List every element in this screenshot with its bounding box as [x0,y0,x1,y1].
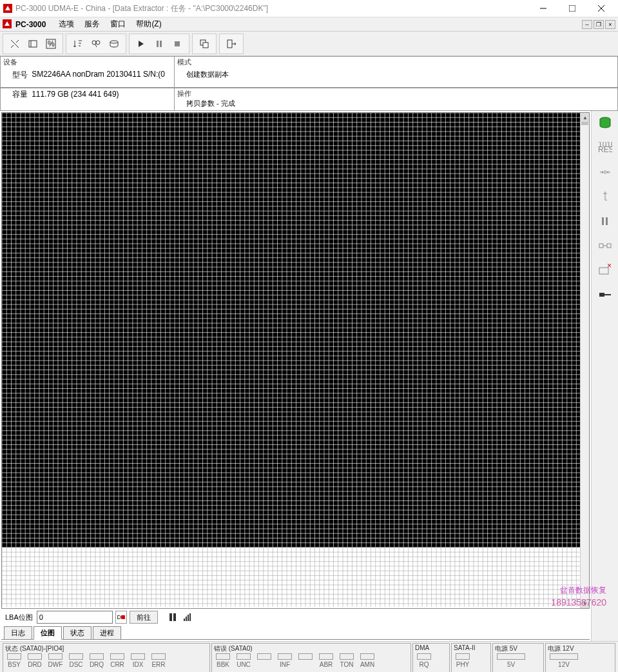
status-dma-panel: DMA RQ [412,643,450,672]
capacity-value: 111.79 GB (234 441 649) [32,90,119,99]
lba-indicator-icon[interactable]: D [115,611,127,624]
sector-map[interactable]: ▲ ▼ [1,112,590,609]
app-icon [3,3,13,14]
svg-point-13 [110,41,118,43]
led-ERR [151,653,166,660]
model-label: 型号 [12,70,28,81]
menu-options[interactable]: 选项 [53,19,79,30]
svg-point-11 [96,41,100,44]
histogram-icon [184,613,191,621]
tab-process[interactable]: 进程 [93,626,121,640]
disk-icon[interactable] [105,35,123,53]
menu-help[interactable]: 帮助(Z) [131,19,166,30]
find-icon[interactable] [87,35,105,53]
svg-rect-30 [599,244,603,248]
exit-icon[interactable] [222,35,240,53]
svg-rect-19 [227,40,232,48]
menu-window[interactable]: 窗口 [105,19,131,30]
side-pause-icon[interactable] [595,213,615,230]
percent-icon[interactable]: % [42,35,60,53]
led-DRQ [90,653,104,660]
status-error-title: 错误 (SATA0) [214,644,409,653]
mdi-minimize-button[interactable]: – [582,20,592,29]
tab-log[interactable]: 日志 [4,626,32,640]
link-icon[interactable] [595,237,615,254]
lba-label: LBA位图 [5,613,33,622]
sata-led [456,653,470,660]
led-IDX [131,653,145,660]
tabs-bar: 日志 位图 状态 进程 [1,626,590,640]
led-INF [278,653,292,660]
goto-button[interactable]: 前往 [130,611,158,624]
svg-line-12 [95,44,97,47]
mdi-restore-button[interactable]: ❐ [594,20,604,29]
led-TON [340,653,354,660]
led-CRR [110,653,124,660]
led-blank [257,653,271,660]
pause-icon-small[interactable] [168,613,177,622]
op-label: 操作 [177,89,615,99]
status-error-panel: 错误 (SATA0) BBKUNCINFABRTONAMN [211,643,411,672]
status-state-panel: 状态 (SATA0)-[PIO4] BSYDRDDWFDSCDRQCRRIDXE… [3,643,210,672]
svg-text:×: × [607,264,612,270]
reset-icon[interactable]: 10100RESET [595,139,615,156]
status-5v-panel: 电源 5V 5V [492,643,544,672]
window-titlebar: PC-3000 UDMA-E - China - [Data Extractor… [0,0,618,17]
led-ABR [319,653,333,660]
stop-icon[interactable] [168,35,186,53]
grid-icon [2,113,589,607]
lba-input[interactable] [37,611,113,624]
dma-led [417,653,431,660]
sort-icon[interactable] [69,35,87,53]
svg-rect-2 [569,5,575,12]
operation-panel: 操作 拷贝参数 - 完成 [174,88,618,110]
svg-point-27 [604,171,606,173]
mode-panel: 模式 创建数据副本 [174,56,618,87]
play-icon[interactable] [132,35,150,53]
menu-services[interactable]: 服务 [79,19,105,30]
tab-status[interactable]: 状态 [63,626,92,640]
mdi-close-button[interactable]: × [605,20,615,29]
led-BBK [216,653,230,660]
svg-text:%: % [48,39,55,48]
device-label: 设备 [3,57,171,67]
svg-rect-15 [160,41,162,47]
disconnect-icon[interactable]: × [595,262,615,279]
lba-bar: LBA位图 D 前往 [1,609,590,626]
mode-value: 创建数据副本 [177,67,615,85]
copy-icon[interactable] [195,35,213,53]
tab-bitmap[interactable]: 位图 [34,626,62,640]
model-value: SM2246AA nonDram 20130411 S/N:(0 [32,70,165,79]
minimize-button[interactable] [528,0,557,17]
menu-app-name: PC-3000 [15,20,46,29]
op-value: 拷贝参数 - 完成 [177,99,615,108]
scroll-down-icon[interactable]: ▼ [581,599,590,608]
mode-label: 模式 [177,57,615,67]
led-DRD [28,653,42,660]
database-icon[interactable] [595,115,615,132]
svg-rect-18 [203,43,208,48]
led-AMN [360,653,374,660]
settings-icon[interactable] [24,35,42,53]
vertical-scrollbar[interactable]: ▲ ▼ [580,113,589,608]
tools-icon[interactable] [6,35,24,53]
led-BSY [7,653,21,660]
svg-rect-23 [173,613,176,621]
sata-title: SATA-II [454,644,488,653]
capacity-label: 容量 [12,90,28,99]
svg-rect-22 [169,613,172,621]
status-12v-panel: 电源 12V 12V [545,643,615,672]
side-toolbar: 10100RESET × [591,111,618,641]
svg-rect-31 [607,244,611,248]
close-button[interactable] [586,0,615,17]
maximize-button[interactable] [557,0,586,17]
seek-icon[interactable] [595,164,615,181]
svg-rect-35 [599,293,604,297]
pause-icon[interactable] [150,35,168,53]
scroll-thumb[interactable] [581,122,588,125]
connector-icon[interactable] [595,286,615,303]
svg-rect-29 [606,217,608,225]
plug-icon[interactable] [595,188,615,205]
p5-title: 电源 5V [495,644,541,653]
scroll-up-icon[interactable]: ▲ [581,113,590,122]
